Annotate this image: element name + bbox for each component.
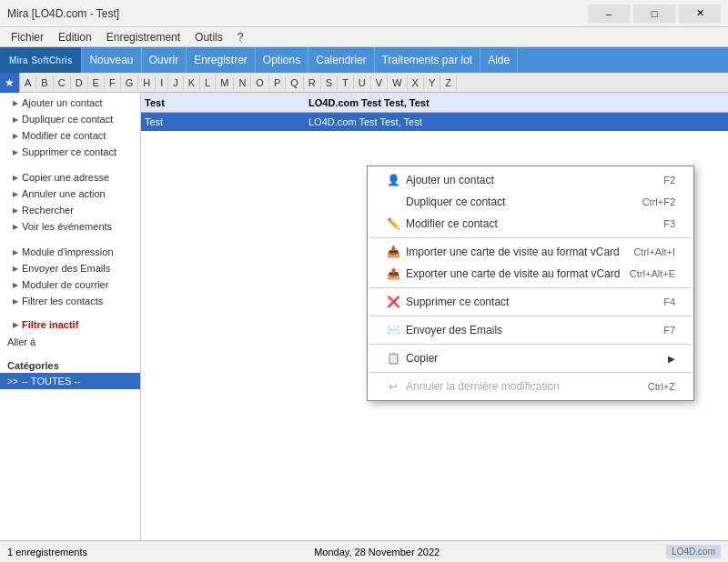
ctx-exporter-vcard[interactable]: 📤 Exporter une carte de visite au format… <box>368 263 693 285</box>
status-bar: 1 enregistrements Monday, 28 November 20… <box>0 540 728 562</box>
nav-enregistrer[interactable]: Enregistrer <box>187 47 256 73</box>
ctx-ajouter-shortcut: F2 <box>663 175 675 186</box>
alpha-t[interactable]: T <box>338 75 354 90</box>
alpha-d[interactable]: D <box>71 75 88 90</box>
person-add-icon: 👤 <box>386 173 400 187</box>
alpha-u[interactable]: U <box>354 75 371 90</box>
table-row[interactable]: Test LO4D.com Test Test, Test <box>141 113 728 131</box>
row-col-1: Test <box>145 116 308 127</box>
status-watermark: LO4D.com <box>666 545 721 558</box>
sidebar: Ajouter un contact Dupliquer ce contact … <box>0 93 141 540</box>
sidebar-filtre-inactif[interactable]: Filtre inactif <box>0 316 140 333</box>
nav-options[interactable]: Options <box>256 47 308 73</box>
menu-enregistrement[interactable]: Enregistrement <box>99 29 187 45</box>
brand-name: Mira <box>9 55 28 65</box>
maximize-button[interactable]: □ <box>633 5 675 23</box>
ctx-ajouter-contact[interactable]: 👤 Ajouter un contact F2 <box>368 169 693 191</box>
sidebar-filtrer-contacts[interactable]: Filtrer les contacts <box>0 293 140 309</box>
sidebar-supprimer-contact[interactable]: Supprimer ce contact <box>0 144 140 160</box>
alpha-f[interactable]: F <box>105 75 121 90</box>
alpha-x[interactable]: X <box>408 75 424 90</box>
alpha-v[interactable]: V <box>371 75 388 90</box>
vcard-import-icon: 📥 <box>386 245 400 259</box>
alpha-g[interactable]: G <box>121 75 139 90</box>
menu-help[interactable]: ? <box>230 29 251 45</box>
sidebar-annuler-action[interactable]: Annuler une action <box>0 186 140 202</box>
alpha-star[interactable]: ★ <box>0 73 20 93</box>
sidebar-modifier-contact[interactable]: Modifier ce contact <box>0 127 140 144</box>
ctx-divider-1 <box>369 237 692 238</box>
ctx-emails-label: Envoyer des Emails <box>406 324 502 336</box>
alpha-h[interactable]: H <box>138 75 156 90</box>
alpha-l[interactable]: L <box>200 75 216 90</box>
sidebar-moduler-courrier[interactable]: Moduler de courrier <box>0 276 140 293</box>
alpha-y[interactable]: Y <box>424 75 440 90</box>
ctx-copier[interactable]: 📋 Copier ▶ <box>368 347 693 369</box>
sidebar-actions-3: Module d'impression Envoyer des Emails M… <box>0 242 140 311</box>
nav-calendrier[interactable]: Calendrier <box>308 47 374 73</box>
nav-ouvrir[interactable]: Ouvrir <box>142 47 187 73</box>
nav-traitements[interactable]: Traitements par lot <box>375 47 481 73</box>
alpha-n[interactable]: N <box>234 75 251 90</box>
ctx-dupliquer-shortcut: Ctrl+F2 <box>642 196 675 207</box>
sidebar-dupliquer-contact[interactable]: Dupliquer ce contact <box>0 111 140 127</box>
status-date: Monday, 28 November 2022 <box>314 547 440 557</box>
brand-sub: SoftChris <box>31 55 72 65</box>
alpha-z[interactable]: Z <box>440 75 457 90</box>
context-menu: 👤 Ajouter un contact F2 Dupliquer ce con… <box>367 166 694 401</box>
alpha-b[interactable]: B <box>36 75 53 90</box>
menu-fichier[interactable]: Fichier <box>4 29 51 45</box>
alpha-s[interactable]: S <box>321 75 338 90</box>
main-area: Ajouter un contact Dupliquer ce contact … <box>0 93 728 540</box>
ctx-supprimer-shortcut: F4 <box>663 296 675 307</box>
sidebar-ajouter-contact[interactable]: Ajouter un contact <box>0 95 140 111</box>
category-label: -- TOUTES -- <box>22 376 81 386</box>
menu-edition[interactable]: Edition <box>51 29 99 45</box>
close-button[interactable]: ✕ <box>679 5 721 23</box>
sidebar-copier-adresse[interactable]: Copier une adresse <box>0 169 140 186</box>
ctx-modifier-shortcut: F3 <box>663 218 675 229</box>
sidebar-voir-evenements[interactable]: Voir les événements <box>0 218 140 235</box>
menu-outils[interactable]: Outils <box>187 29 230 45</box>
alpha-k[interactable]: K <box>184 75 200 90</box>
list-col-2: LO4D.com Test Test, Test <box>308 97 430 108</box>
nav-aide[interactable]: Aide <box>480 47 518 73</box>
undo-icon: ↩ <box>386 379 400 394</box>
sidebar-rechercher[interactable]: Rechercher <box>0 202 140 218</box>
menu-bar: Fichier Edition Enregistrement Outils ? <box>0 27 728 47</box>
nav-nouveau[interactable]: Nouveau <box>81 47 141 73</box>
content-area: Test LO4D.com Test Test, Test Test LO4D.… <box>141 93 728 540</box>
alpha-m[interactable]: M <box>216 75 234 90</box>
window-controls: – □ ✕ <box>588 5 721 23</box>
alpha-q[interactable]: Q <box>286 75 304 90</box>
minimize-button[interactable]: – <box>588 5 630 23</box>
sidebar-module-impression[interactable]: Module d'impression <box>0 244 140 260</box>
alpha-o[interactable]: O <box>251 75 269 90</box>
ctx-supprimer-contact[interactable]: ❌ Supprimer ce contact F4 <box>368 291 693 313</box>
alpha-e[interactable]: E <box>88 75 105 90</box>
sidebar-category-toutes[interactable]: >> -- TOUTES -- <box>0 373 140 389</box>
ctx-supprimer-label: Supprimer ce contact <box>406 296 509 308</box>
ctx-exporter-label: Exporter une carte de visite au format v… <box>406 267 620 280</box>
ctx-copier-arrow: ▶ <box>668 354 675 364</box>
alpha-c[interactable]: C <box>54 75 71 90</box>
sidebar-envoyer-emails[interactable]: Envoyer des Emails <box>0 260 140 276</box>
alpha-r[interactable]: R <box>304 75 321 90</box>
ctx-envoyer-emails[interactable]: ✉️ Envoyer des Emails F7 <box>368 319 693 341</box>
alpha-w[interactable]: W <box>388 75 407 90</box>
ctx-emails-shortcut: F7 <box>663 325 675 336</box>
ctx-annuler-shortcut: Ctrl+Z <box>648 381 675 392</box>
email-icon: ✉️ <box>386 323 400 337</box>
sidebar-aller-a[interactable]: Aller à <box>0 333 140 351</box>
window-title: Mira [LO4D.com - Test] <box>7 7 119 20</box>
alpha-a[interactable]: A <box>20 75 36 90</box>
ctx-dupliquer-contact[interactable]: Dupliquer ce contact Ctrl+F2 <box>368 191 693 213</box>
alpha-i[interactable]: I <box>156 75 168 90</box>
alpha-p[interactable]: P <box>269 75 286 90</box>
ctx-importer-vcard[interactable]: 📥 Importer une carte de visite au format… <box>368 241 693 263</box>
alpha-j[interactable]: J <box>168 75 184 90</box>
sidebar-categories-label: Catégories <box>0 356 140 373</box>
ctx-modifier-contact[interactable]: ✏️ Modifier ce contact F3 <box>368 213 693 235</box>
ctx-importer-label: Importer une carte de visite au format v… <box>406 246 620 258</box>
title-bar: Mira [LO4D.com - Test] – □ ✕ <box>0 0 728 27</box>
